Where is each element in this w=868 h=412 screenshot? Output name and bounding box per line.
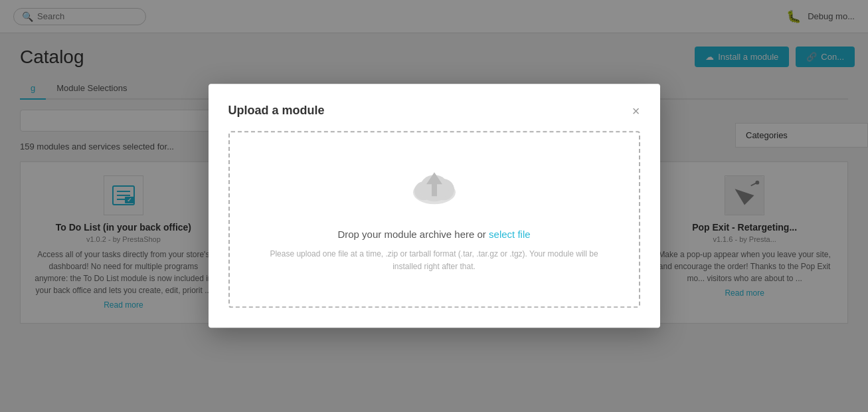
drop-main-text: Drop your module archive here or select …: [337, 229, 530, 240]
modal-title: Upload a module: [228, 104, 325, 118]
upload-cloud-icon: [408, 165, 461, 219]
upload-module-modal: Upload a module × Drop your module archi…: [209, 84, 660, 328]
modal-header: Upload a module ×: [228, 104, 640, 118]
drop-hint: Please upload one file at a time, .zip o…: [268, 248, 600, 273]
drop-zone[interactable]: Drop your module archive here or select …: [228, 131, 640, 308]
select-file-link[interactable]: select file: [489, 229, 531, 240]
drop-text-label: Drop your module archive here or: [337, 229, 485, 240]
modal-close-button[interactable]: ×: [632, 104, 640, 118]
